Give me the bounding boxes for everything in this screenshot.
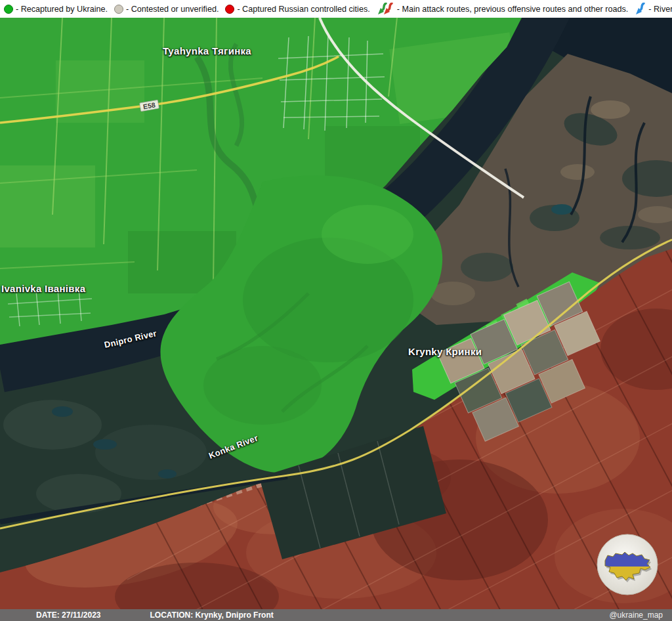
footer-bar: DATE: 27/11/2023 LOCATION: Krynky, Dnipr… <box>0 609 672 621</box>
attack-routes-arrows-icon <box>377 3 394 16</box>
recaptured-dot-icon <box>4 5 13 14</box>
legend-label: - Contested or unverified. <box>126 5 219 14</box>
footer-credit: @ukraine_map <box>609 610 663 620</box>
label-tyahynka: Tyahynka Тягинка <box>163 45 251 56</box>
legend-item-captured: - Captured Russian controlled cities. <box>225 5 369 14</box>
footer-date: DATE: 27/11/2023 <box>36 610 101 620</box>
ukraine-map-logo <box>597 534 658 595</box>
rivers-arrow-icon <box>635 3 646 16</box>
legend-item-contested: - Contested or unverified. <box>114 5 219 14</box>
map-canvas: Tyahynka Тягинка E58 Ivanivka Іванівка D… <box>0 18 672 609</box>
terrain-layers <box>0 18 672 609</box>
label-ivanivka: Ivanivka Іванівка <box>1 283 85 294</box>
captured-dot-icon <box>225 5 234 14</box>
legend-item-rivers: - Rivers <box>635 3 672 16</box>
legend-label: - Main attack routes, previous offensive… <box>397 5 629 14</box>
map-screenshot: - Recaptured by Ukraine. - Contested or … <box>0 0 672 621</box>
footer-location: LOCATION: Krynky, Dnipro Front <box>150 610 274 620</box>
legend-item-attack-routes: - Main attack routes, previous offensive… <box>377 3 629 16</box>
legend-label: - Captured Russian controlled cities. <box>237 5 369 14</box>
legend-label: - Recaptured by Ukraine. <box>16 5 108 14</box>
legend-label: - Rivers <box>648 5 672 14</box>
legend-bar: - Recaptured by Ukraine. - Contested or … <box>0 0 672 18</box>
contested-dot-icon <box>114 5 123 14</box>
legend-item-recaptured: - Recaptured by Ukraine. <box>4 5 108 14</box>
label-krynky: Krynky Кринки <box>408 346 482 357</box>
